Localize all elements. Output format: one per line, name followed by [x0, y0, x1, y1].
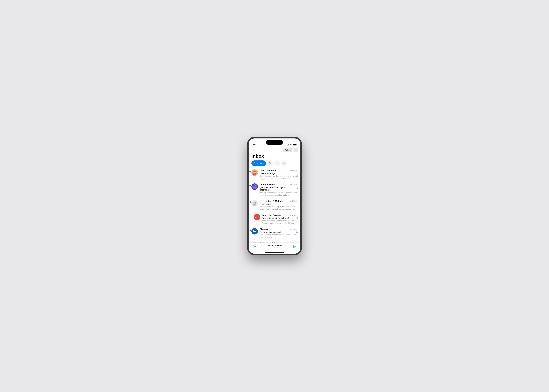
svg-text:jeni's: jeni's [255, 216, 259, 217]
svg-point-4 [270, 164, 270, 164]
email-list: Darla Davidson 9:27 AM › Tickets for ton… [249, 168, 300, 252]
email-preview: Here's your very own checklist with what… [260, 191, 298, 196]
email-meta: 8:58 AM › [290, 200, 298, 202]
email-time: 9:27 AM [290, 170, 297, 172]
email-meta: 9:27 AM › [290, 169, 298, 172]
sender-name: United Airlines [260, 183, 275, 186]
subject-text: Tickets for tonight [260, 172, 276, 175]
svg-point-25 [297, 218, 297, 218]
home-indicator [265, 252, 284, 252]
back-chevron-icon: ‹ [253, 148, 253, 152]
email-header: Darla Davidson 9:27 AM › [260, 169, 298, 172]
email-header: Disney+ 8:05 AM › [260, 228, 298, 231]
email-subject: Your order is out for delivery! [262, 217, 298, 219]
compose-icon [293, 245, 296, 248]
email-item[interactable]: Liz, Kristina & Melody 8:58 AM › Friday … [249, 198, 300, 212]
unread-dot [249, 201, 251, 203]
avatar [251, 183, 258, 190]
avatar [251, 169, 258, 176]
status-subtitle: 12 Unread [256, 246, 293, 248]
chevron-right-icon: › [297, 200, 298, 202]
svg-point-22 [254, 204, 256, 205]
email-header: Liz, Kristina & Melody 8:58 AM › [260, 200, 298, 203]
update-status: Updated Just Now 12 Unread [256, 244, 293, 248]
sender-name: Disney+ [260, 228, 268, 231]
tab-promotions[interactable] [281, 161, 287, 166]
svg-point-0 [295, 150, 295, 150]
sender-name: Jeni's Ice Creams [262, 214, 281, 217]
cart-badge-icon [296, 188, 298, 189]
svg-text:D+: D+ [253, 230, 256, 232]
subject-text: Your one-time passcode [260, 231, 282, 233]
email-body: Jeni's Ice Creams 8:42 AM › Your order i… [262, 214, 298, 224]
tab-primary-label: Primary [256, 162, 264, 165]
email-time: 8:58 AM [290, 200, 297, 202]
chevron-right-icon: › [297, 169, 298, 172]
email-meta: 9:10 AM › [290, 183, 298, 186]
avatar [251, 200, 258, 206]
compose-button[interactable] [293, 244, 297, 249]
back-button[interactable]: ‹ [251, 147, 256, 153]
select-button[interactable]: Select [283, 148, 293, 152]
email-body: United Airlines 9:10 AM › Quick reminder… [260, 183, 298, 196]
category-tabs: Primary [249, 161, 300, 168]
avatar-disney-image: D+ [251, 228, 258, 234]
avatar-jenis-image: jeni's [254, 214, 260, 220]
email-item[interactable]: United Airlines 9:10 AM › Quick reminder… [249, 182, 300, 198]
unread-dot [249, 171, 251, 172]
tab-shopping[interactable] [267, 161, 273, 166]
phone-frame: 9:41 ‹ Select [247, 137, 302, 255]
bubble-icon [276, 162, 278, 165]
tab-social[interactable] [274, 161, 280, 166]
email-preview: Hey! Attaching your tickets here in case… [260, 175, 298, 180]
filter-icon [253, 245, 256, 248]
unread-dot [249, 230, 251, 231]
subject-text: Friday dinner [260, 203, 272, 205]
wifi-icon [290, 144, 292, 146]
page-title: Inbox [249, 153, 300, 161]
email-body: Liz, Kristina & Melody 8:58 AM › Friday … [260, 200, 298, 210]
email-subject: Tickets for tonight [260, 172, 298, 175]
more-icon [295, 150, 297, 150]
email-time: 9:10 AM [290, 184, 297, 186]
svg-point-8 [253, 173, 256, 175]
status-title: Updated Just Now [256, 244, 293, 246]
subject-text: Quick reminders about your upcoming… [260, 186, 296, 191]
chevron-right-icon: › [297, 183, 298, 186]
svg-point-5 [270, 164, 271, 164]
person-icon [254, 162, 256, 164]
more-button[interactable] [294, 148, 298, 152]
unread-dot [249, 185, 251, 186]
email-item[interactable]: D+ Disney+ 8:05 AM › Your one-time passc… [249, 226, 300, 240]
svg-point-9 [254, 171, 256, 173]
svg-point-16 [297, 189, 297, 189]
tab-primary[interactable]: Primary [251, 161, 266, 166]
chevron-right-icon: › [297, 228, 298, 231]
nav-actions: Select [283, 148, 298, 152]
email-body: Disney+ 8:05 AM › Your one-time passcode… [260, 228, 298, 238]
sender-name: Darla Davidson [260, 169, 276, 172]
email-header: United Airlines 9:10 AM › [260, 183, 298, 186]
avatar-group-image [251, 200, 258, 206]
cart-badge-icon [296, 217, 298, 219]
email-subject: Quick reminders about your upcoming… [260, 186, 298, 191]
email-subject: Friday dinner [260, 203, 298, 205]
email-preview: Rich, your order is almost here. The ite… [262, 219, 298, 224]
svg-point-1 [296, 150, 296, 150]
status-icons [287, 144, 297, 146]
email-item[interactable]: Darla Davidson 9:27 AM › Tickets for ton… [249, 168, 300, 182]
email-meta: 8:42 AM › [290, 214, 298, 216]
email-meta: 8:05 AM › [290, 228, 298, 231]
email-time: 8:42 AM [290, 214, 297, 216]
battery-icon [293, 144, 296, 146]
nav-bar: ‹ Select [249, 147, 300, 153]
subject-text: Your order is out for delivery! [262, 217, 289, 219]
svg-point-17 [297, 189, 298, 189]
sender-name: Liz, Kristina & Melody [260, 200, 283, 203]
avatar: jeni's [254, 214, 260, 220]
filter-button[interactable] [252, 244, 256, 249]
avatar-united-image [251, 183, 258, 190]
svg-point-2 [297, 150, 297, 150]
email-item[interactable]: jeni's Jeni's Ice Creams 8:42 AM › Your … [249, 212, 300, 226]
email-body: Darla Davidson 9:27 AM › Tickets for ton… [260, 169, 298, 180]
